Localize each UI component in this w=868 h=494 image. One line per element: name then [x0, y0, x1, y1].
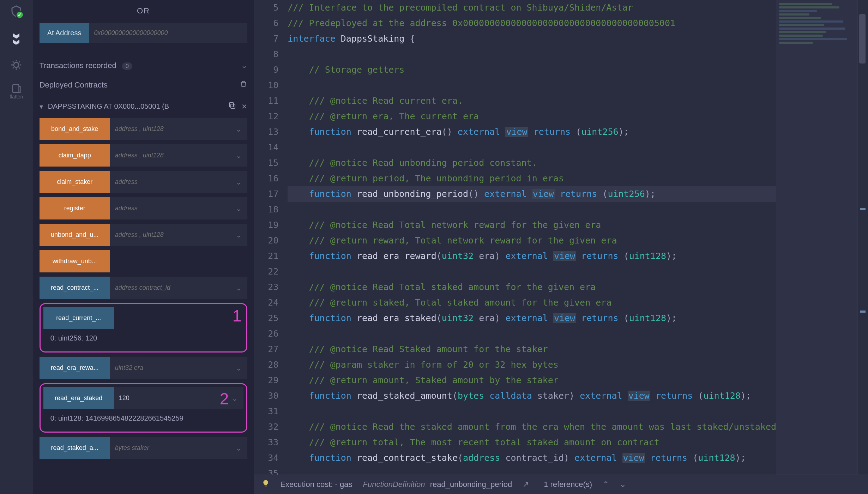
- chevron-down-icon[interactable]: ⌄: [230, 144, 247, 167]
- fn-row-claim_staker: claim_staker⌄: [40, 171, 248, 193]
- fd-label: FunctionDefinition: [363, 480, 425, 489]
- fn-row-claim_dapp: claim_dapp⌄: [40, 144, 248, 167]
- fn-row-unbond_and_u: unbond_and_u...⌄: [40, 224, 248, 246]
- fn-button[interactable]: read_current_...: [43, 307, 114, 329]
- function-list: bond_and_stake⌄claim_dapp⌄claim_staker⌄r…: [40, 118, 248, 459]
- contract-header[interactable]: ▾ DAPPSSTAKING AT 0X000...05001 (B ✕: [40, 95, 248, 118]
- fn-row-register: register⌄: [40, 197, 248, 219]
- annotation-number: 1: [233, 306, 242, 325]
- chevron-down-icon[interactable]: ⌄: [230, 437, 247, 459]
- fn-row-read_current_: read_current_...: [43, 307, 244, 329]
- svg-point-0: [14, 62, 19, 67]
- fn-button[interactable]: unbond_and_u...: [40, 224, 110, 246]
- transactions-label: Transactions recorded: [40, 61, 116, 70]
- svg-rect-2: [231, 104, 235, 108]
- fn-button[interactable]: claim_dapp: [40, 144, 110, 167]
- trash-icon[interactable]: [240, 80, 247, 90]
- at-address-input[interactable]: [89, 23, 247, 43]
- chevron-down-icon[interactable]: ⌄: [230, 197, 247, 219]
- fn-button[interactable]: read_era_rewa...: [40, 357, 110, 379]
- deploy-icon[interactable]: [8, 30, 25, 47]
- transactions-section[interactable]: Transactions recorded 0 ⌄: [40, 56, 248, 75]
- chevron-down-icon[interactable]: ⌄: [230, 357, 247, 379]
- svg-rect-1: [13, 85, 19, 93]
- ref-down-icon[interactable]: ⌄: [620, 480, 626, 489]
- fn-result: 0: uint128: 1416998654822282661545259: [43, 409, 244, 429]
- editor-area: 5678910111213141516171819202122232425262…: [254, 0, 868, 494]
- fn-row-read_era_rewa: read_era_rewa...⌄: [40, 357, 248, 379]
- execution-cost: Execution cost: - gas: [280, 480, 352, 489]
- close-icon[interactable]: ✕: [241, 102, 247, 111]
- fn-input[interactable]: [110, 224, 230, 246]
- status-bar: Execution cost: - gas FunctionDefinition…: [254, 475, 868, 494]
- references-count: 1 reference(s): [544, 480, 592, 489]
- fn-row-bond_and_stake: bond_and_stake⌄: [40, 118, 248, 140]
- contract-title: DAPPSSTAKING AT 0X000...05001 (B: [48, 102, 223, 110]
- fn-input[interactable]: [110, 171, 230, 193]
- minimap[interactable]: [776, 0, 857, 475]
- fn-row-read_era_staked: read_era_staked⌄: [43, 387, 244, 409]
- check-badge-icon: ✓: [16, 11, 24, 19]
- fn-row-read_contract_: read_contract_...⌄: [40, 277, 248, 299]
- fn-input[interactable]: [110, 118, 230, 140]
- scrollbar[interactable]: [857, 0, 868, 475]
- icon-sidebar: ✓ flatten: [0, 0, 33, 494]
- fn-input[interactable]: [114, 387, 226, 409]
- at-address-button[interactable]: At Address: [40, 23, 89, 43]
- chevron-down-icon[interactable]: ⌄: [230, 277, 247, 299]
- or-label: OR: [40, 0, 248, 23]
- chevron-down-icon[interactable]: ⌄: [230, 171, 247, 193]
- svg-rect-3: [229, 103, 234, 107]
- fn-input[interactable]: [110, 357, 230, 379]
- compile-icon[interactable]: ✓: [8, 3, 25, 20]
- fn-button[interactable]: read_era_staked: [43, 387, 114, 409]
- fn-input[interactable]: [110, 437, 230, 459]
- fd-name: read_unbonding_period: [430, 480, 512, 489]
- fn-row-withdraw_unb: withdraw_unb...: [40, 250, 248, 272]
- chevron-down-icon[interactable]: ⌄: [230, 224, 247, 246]
- scrollbar-thumb[interactable]: [859, 14, 866, 64]
- fn-button[interactable]: claim_staker: [40, 171, 110, 193]
- fn-input[interactable]: [110, 144, 230, 167]
- copy-icon[interactable]: [228, 101, 236, 112]
- fn-button[interactable]: withdraw_unb...: [40, 250, 110, 272]
- caret-down-icon[interactable]: ▾: [40, 102, 43, 111]
- chevron-down-icon[interactable]: ⌄: [241, 61, 247, 70]
- code-view[interactable]: /// Interface to the precompiled contrac…: [288, 0, 776, 475]
- share-icon[interactable]: ↗: [523, 480, 529, 489]
- fn-row-read_staked_a: read_staked_a...⌄: [40, 437, 248, 459]
- fn-input[interactable]: [110, 197, 230, 219]
- deployed-contracts-section: Deployed Contracts: [40, 75, 248, 95]
- transactions-count: 0: [122, 62, 132, 70]
- fn-button[interactable]: register: [40, 197, 110, 219]
- flatten-label: flatten: [10, 94, 23, 100]
- deploy-panel: OR At Address Transactions recorded 0 ⌄ …: [33, 0, 254, 494]
- fn-button[interactable]: read_staked_a...: [40, 437, 110, 459]
- debug-icon[interactable]: [8, 56, 25, 73]
- annotation-number: 2: [220, 389, 229, 408]
- line-gutter: 5678910111213141516171819202122232425262…: [254, 0, 288, 475]
- deployed-contracts-label: Deployed Contracts: [40, 80, 108, 90]
- fn-result: 0: uint256: 120: [43, 329, 244, 349]
- lamp-icon[interactable]: [262, 480, 270, 489]
- fn-button[interactable]: bond_and_stake: [40, 118, 110, 140]
- fn-button[interactable]: read_contract_...: [40, 277, 110, 299]
- fn-input[interactable]: [110, 277, 230, 299]
- ref-up-icon[interactable]: ⌃: [603, 480, 609, 489]
- flatten-icon[interactable]: flatten: [8, 83, 25, 100]
- chevron-down-icon[interactable]: ⌄: [230, 118, 247, 140]
